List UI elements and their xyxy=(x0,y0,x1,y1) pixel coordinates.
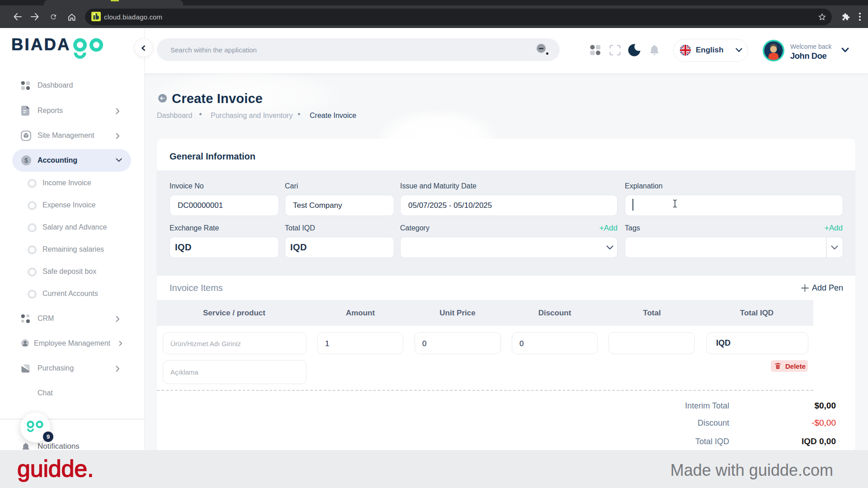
svg-text:$: $ xyxy=(24,157,28,164)
